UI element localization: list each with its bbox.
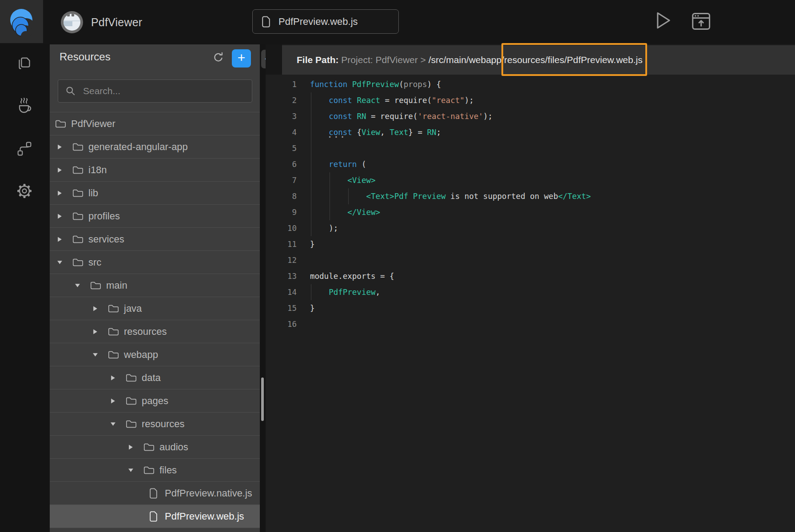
tree-item-i18n[interactable]: i18n (50, 158, 260, 181)
line-number: 3 (266, 112, 297, 121)
wave-logo-icon (7, 7, 37, 37)
tree-item-resources[interactable]: resources (50, 320, 260, 343)
chevron-down-icon[interactable] (57, 259, 63, 265)
line-number: 7 (266, 176, 297, 185)
tree-item-label: resources (142, 418, 185, 430)
search-box[interactable] (58, 79, 252, 103)
tree-item-label: generated-angular-app (88, 141, 188, 153)
file-icon (261, 15, 271, 28)
tree-item-lib[interactable]: lib (50, 181, 260, 204)
publish-button[interactable] (690, 10, 713, 33)
code-editor[interactable]: ... 1function PdfPreview(props) {2 const… (266, 75, 795, 332)
line-number: 2 (266, 96, 297, 105)
tree-item-pdfviewer[interactable]: PdfViewer (50, 112, 260, 135)
folder-icon (125, 373, 137, 383)
code-line: 9 </View> (266, 204, 795, 220)
chevron-right-icon[interactable] (57, 236, 63, 242)
chevron-right-icon[interactable] (110, 398, 116, 404)
editor-top-notch (266, 44, 282, 75)
tree-item-generated-angular-app[interactable]: generated-angular-app (50, 135, 260, 158)
chevron-down-icon[interactable] (92, 352, 98, 357)
top-bar: PdfViewer PdfPreview.web.js (0, 0, 795, 44)
tree-item-resources[interactable]: resources (50, 412, 260, 435)
file-icon (148, 510, 159, 522)
folder-icon (72, 211, 84, 221)
chevron-down-icon[interactable] (110, 421, 116, 427)
folder-icon (125, 419, 137, 429)
chevron-right-icon[interactable] (57, 190, 63, 196)
tree-item-data[interactable]: data (50, 366, 260, 389)
code-line: 7 <View> (266, 172, 795, 188)
tree-item-files[interactable]: files (50, 458, 260, 481)
code-line: 16 (266, 316, 795, 332)
code-line: 15} (266, 300, 795, 316)
search-input[interactable] (82, 85, 245, 97)
folder-icon (143, 442, 155, 452)
tab-label: PdfPreview.web.js (278, 16, 358, 28)
tree-item-src[interactable]: src (50, 250, 260, 274)
chevron-right-icon[interactable] (110, 375, 116, 381)
chevron-right-icon[interactable] (57, 167, 63, 173)
file-path-bar: File Path: Project: PdfViewer > /src/mai… (282, 45, 795, 75)
chevron-right-icon[interactable] (57, 213, 63, 219)
plus-icon: + (238, 51, 246, 64)
folder-icon (107, 303, 119, 314)
line-number: 11 (266, 240, 297, 249)
add-resource-button[interactable]: + (232, 49, 251, 67)
folder-icon (143, 465, 155, 475)
line-number: 4 (266, 128, 297, 137)
tree-item-label: lib (88, 187, 98, 199)
code-line: 3 const RN = require('react-native'); (266, 108, 795, 124)
open-file-tab[interactable]: PdfPreview.web.js (252, 9, 399, 34)
tree-item-main[interactable]: main (50, 274, 260, 297)
rail-item-pages[interactable] (15, 54, 34, 74)
tree-item-pdfpreview-web-js[interactable]: PdfPreview.web.js (50, 504, 260, 528)
code-hint-dots: ... (327, 129, 346, 140)
rail-item-coffee[interactable] (15, 96, 34, 115)
tree-item-profiles[interactable]: profiles (50, 204, 260, 227)
tree-item-pages[interactable]: pages (50, 389, 260, 412)
tree-item-services[interactable]: services (50, 227, 260, 250)
file-path-project: Project: PdfViewer > (341, 55, 428, 65)
tree-item-label: PdfViewer (71, 118, 115, 130)
file-path-start: /src/main/webapp/ (429, 55, 504, 65)
panel-title: Resources (60, 51, 111, 63)
chevron-down-icon[interactable] (75, 282, 80, 288)
chevron-right-icon[interactable] (128, 444, 134, 450)
chevron-down-icon[interactable] (128, 467, 134, 473)
code-line: 13module.exports = { (266, 268, 795, 284)
tree-item-label: PdfPreview.web.js (165, 511, 244, 522)
left-icon-rail (0, 44, 49, 532)
tree-item-pdfpreview-native-js[interactable]: PdfPreview.native.js (50, 481, 260, 504)
tree-item-label: PdfPreview.native.js (165, 488, 252, 499)
chevron-right-icon[interactable] (92, 306, 98, 311)
tree-item-label: audios (159, 441, 188, 453)
search-icon (65, 86, 76, 96)
indent-guide (311, 284, 311, 300)
folder-icon (72, 165, 84, 175)
folder-icon (72, 142, 84, 152)
coffee-icon (15, 96, 34, 115)
code-line: 2 const React = require("react"); (266, 92, 795, 108)
tree-item-label: webapp (124, 349, 158, 361)
refresh-button[interactable] (211, 50, 226, 64)
tree-item-audios[interactable]: audios (50, 435, 260, 458)
app-logo[interactable] (0, 0, 43, 43)
rail-item-flow[interactable] (15, 139, 34, 159)
indent-guide (311, 92, 311, 236)
line-number: 13 (266, 272, 297, 281)
chevron-right-icon[interactable] (57, 144, 63, 150)
tree-item-java[interactable]: java (50, 297, 260, 320)
line-number: 1 (266, 80, 297, 89)
tree-item-label: files (159, 465, 177, 476)
chevron-right-icon[interactable] (92, 329, 98, 334)
tree-scrollbar[interactable] (261, 377, 264, 421)
flow-icon (15, 139, 34, 158)
app-window: PdfViewer PdfPreview.web.js (0, 0, 795, 532)
rail-item-settings[interactable] (15, 181, 34, 201)
folder-icon (90, 280, 102, 290)
indent-guide (330, 172, 330, 220)
code-line: 14 PdfPreview, (266, 284, 795, 300)
tree-item-webapp[interactable]: webapp (50, 343, 260, 366)
run-button[interactable] (654, 9, 673, 32)
